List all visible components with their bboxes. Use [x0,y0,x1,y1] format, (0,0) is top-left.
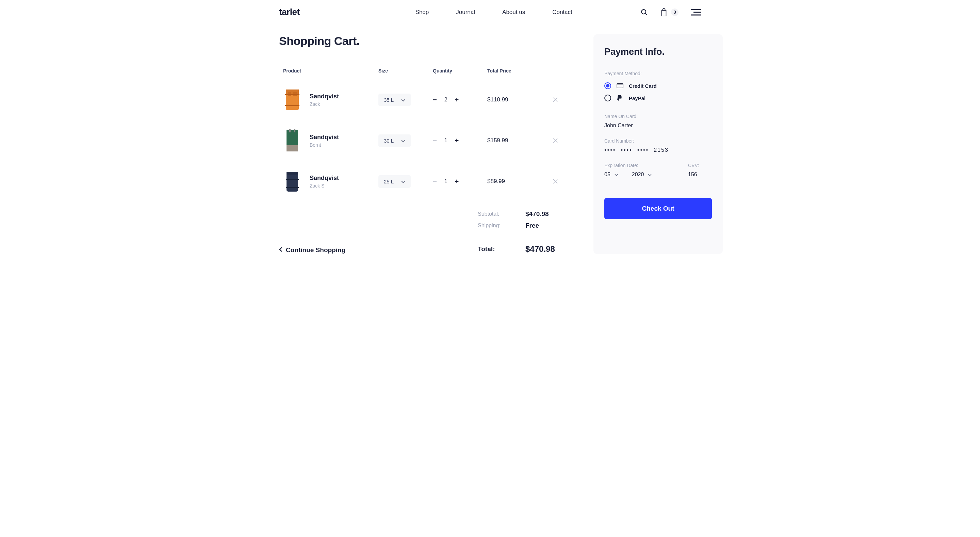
card-last4: 2153 [654,147,669,153]
qty-value: 1 [444,137,447,143]
table-row: Sandqvist Zack 35 L − 2 + [279,79,566,120]
chevron-left-icon [279,246,282,254]
qty-value: 1 [444,178,447,185]
col-product: Product [283,68,379,73]
product-brand: Sandqvist [310,175,339,182]
cvv-input[interactable]: 156 [688,172,712,178]
cart-button[interactable]: 3 [660,8,679,17]
qty-decrease-button[interactable]: − [433,96,437,104]
menu-icon[interactable] [691,9,701,16]
checkout-button[interactable]: Check Out [605,198,712,219]
qty-increase-button[interactable]: + [455,137,459,145]
cart-rows: Sandqvist Zack 35 L − 2 + [279,79,566,202]
payment-method-label: Payment Method: [605,71,712,76]
qty-decrease-button[interactable]: − [433,137,437,145]
nav-link-about[interactable]: About us [502,9,525,16]
continue-shopping-label: Continue Shopping [286,246,345,254]
remove-item-button[interactable] [549,138,562,143]
continue-shopping-link[interactable]: Continue Shopping [279,246,345,254]
header: tarlet Shop Journal About us Contact 3 [252,0,728,21]
chevron-down-icon [648,172,652,178]
page-title: Shopping Cart. [279,34,566,48]
product-model: Bernt [310,142,339,148]
exp-cvv-row: Expiration Date: 05 2020 CVV: 156 [605,163,712,178]
col-total: Total Price [487,68,549,73]
size-select[interactable]: 30 L [379,134,411,147]
product-model: Zack [310,101,339,107]
expiration-label: Expiration Date: [605,163,671,168]
svg-rect-20 [286,172,298,175]
exp-year-select[interactable]: 2020 [632,172,652,178]
qty-increase-button[interactable]: + [455,178,459,185]
name-on-card-block: Name On Card: John Carter [605,114,712,129]
product-brand: Sandqvist [310,134,339,141]
product-cell: Sandqvist Bernt [283,128,379,153]
cart-table-header: Product Size Quantity Total Price [279,65,566,79]
shopping-bag-icon [660,8,668,17]
quantity-stepper: − 1 + [433,137,487,145]
size-value: 25 L [384,178,394,185]
line-total: $110.99 [487,96,549,103]
expiration-block: Expiration Date: 05 2020 [605,163,671,178]
chevron-down-icon [614,172,618,178]
cvv-block: CVV: 156 [688,163,712,178]
remove-item-button[interactable] [549,97,562,102]
paypal-icon [617,95,624,101]
line-total: $89.99 [487,178,549,185]
payment-method-label-text: Credit Card [629,83,657,89]
product-thumbnail [283,88,301,112]
subtotal-value: $470.98 [525,210,566,218]
payment-method-paypal[interactable]: PayPal [605,92,712,104]
card-mask-group: •••• [605,147,616,153]
svg-rect-10 [285,105,299,106]
name-on-card-input[interactable]: John Carter [605,123,712,129]
svg-rect-22 [286,187,299,188]
cvv-label: CVV: [688,163,712,168]
qty-decrease-button[interactable]: − [433,178,437,185]
payment-method-credit-card[interactable]: Credit Card [605,80,712,92]
qty-value: 2 [444,97,447,103]
radio-selected-icon [605,82,611,89]
svg-rect-16 [294,129,295,132]
qty-increase-button[interactable]: + [455,96,459,104]
shipping-value: Free [525,222,566,229]
product-cell: Sandqvist Zack S [283,169,379,194]
product-model: Zack S [310,183,339,188]
header-actions: 3 [640,8,701,17]
cart-summary: Continue Shopping Subtotal: $470.98 Ship… [279,210,566,254]
product-thumbnail [283,169,301,194]
exp-month-select[interactable]: 05 [605,172,618,178]
size-select[interactable]: 25 L [379,175,411,188]
nav-link-contact[interactable]: Contact [552,9,572,16]
subtotal-label: Subtotal: [478,211,525,217]
table-row: Sandqvist Zack S 25 L − 1 + [279,161,566,202]
svg-rect-25 [617,84,623,88]
col-size: Size [379,68,433,73]
remove-item-button[interactable] [549,178,562,184]
brand-logo[interactable]: tarlet [279,7,300,18]
exp-month-value: 05 [605,172,611,178]
cart-count-badge: 3 [671,8,679,16]
product-thumbnail [283,128,301,153]
card-number-input[interactable]: •••• •••• •••• 2153 [605,147,712,153]
product-brand: Sandqvist [310,93,339,100]
nav-link-shop[interactable]: Shop [415,9,429,16]
search-icon[interactable] [640,8,648,16]
exp-year-value: 2020 [632,172,644,178]
card-number-block: Card Number: •••• •••• •••• 2153 [605,138,712,153]
svg-line-1 [646,13,647,15]
size-select[interactable]: 35 L [379,94,411,106]
product-cell: Sandqvist Zack [283,88,379,112]
chevron-down-icon [401,178,405,185]
totals-block: Subtotal: $470.98 Shipping: Free Total: … [478,210,566,254]
cart-section: Shopping Cart. Product Size Quantity Tot… [279,34,566,254]
payment-method-label-text: PayPal [629,95,646,101]
payment-title: Payment Info. [605,47,712,57]
table-row: Sandqvist Bernt 30 L − 1 + [279,120,566,161]
chevron-down-icon [401,97,405,103]
size-value: 30 L [384,138,394,143]
svg-rect-9 [285,94,299,95]
main-nav: Shop Journal About us Contact [415,9,640,16]
nav-link-journal[interactable]: Journal [456,9,475,16]
chevron-down-icon [401,138,405,143]
